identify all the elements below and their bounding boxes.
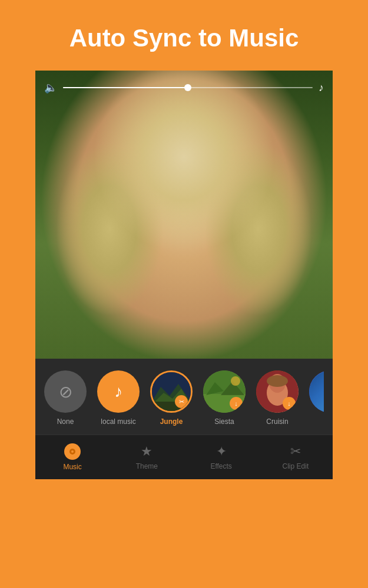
theme-star-icon: ★ bbox=[141, 444, 152, 459]
top-section: Auto Sync to Music bbox=[0, 0, 368, 71]
nav-item-theme[interactable]: ★ Theme bbox=[110, 435, 184, 479]
progress-fill bbox=[63, 87, 188, 88]
music-note-icon: ♪ bbox=[319, 82, 324, 94]
progress-track[interactable] bbox=[63, 87, 313, 88]
video-area: 🔈 ♪ bbox=[35, 71, 333, 359]
volume-icon[interactable]: 🔈 bbox=[44, 81, 57, 94]
music-item-siesta[interactable]: ↓ Siesta bbox=[203, 370, 246, 426]
jungle-image: ✂ bbox=[152, 372, 191, 411]
music-items-row: ⊘ None ♪ local music bbox=[44, 370, 324, 426]
svg-point-12 bbox=[267, 375, 288, 387]
music-item-local[interactable]: ♪ local music bbox=[97, 370, 140, 426]
nav-item-effects[interactable]: ✦ Effects bbox=[184, 435, 258, 479]
music-thumb-last[interactable] bbox=[309, 370, 324, 413]
music-strip: ⊘ None ♪ local music bbox=[35, 359, 333, 435]
music-thumb-none[interactable]: ⊘ bbox=[44, 370, 87, 413]
progress-thumb bbox=[184, 84, 191, 91]
none-icon: ⊘ bbox=[59, 382, 72, 402]
video-person-hair bbox=[35, 71, 333, 359]
music-label-jungle: Jungle bbox=[160, 417, 183, 426]
music-thumb-cruisin[interactable]: ↓ bbox=[256, 370, 299, 413]
cruisin-image: ↓ bbox=[256, 370, 299, 413]
music-thumb-local[interactable]: ♪ bbox=[97, 370, 140, 413]
music-thumb-jungle[interactable]: ✂ bbox=[150, 370, 193, 413]
music-label-siesta: Siesta bbox=[214, 417, 234, 426]
music-item-jungle[interactable]: ✂ Jungle bbox=[150, 370, 193, 426]
local-music-icon: ♪ bbox=[114, 382, 122, 401]
music-item-last[interactable]: Ju... bbox=[309, 370, 324, 426]
bottom-nav: Music ★ Theme ✦ Effects ✂ Clip Edit bbox=[35, 435, 333, 479]
nav-label-clip-edit: Clip Edit bbox=[283, 462, 309, 470]
playback-bar: 🔈 ♪ bbox=[44, 81, 324, 94]
music-label-local: local music bbox=[101, 417, 135, 426]
music-vinyl-icon bbox=[64, 443, 81, 460]
page-title: Auto Sync to Music bbox=[18, 24, 350, 53]
svg-point-8 bbox=[231, 376, 240, 386]
effects-sparkle-icon: ✦ bbox=[216, 444, 227, 459]
siesta-image: ↓ bbox=[203, 370, 246, 413]
nav-item-music[interactable]: Music bbox=[35, 435, 110, 479]
phone-container: 🔈 ♪ ⊘ None ♪ local music bbox=[35, 71, 333, 479]
music-item-cruisin[interactable]: ↓ Cruisin bbox=[256, 370, 299, 426]
last-image bbox=[309, 370, 324, 413]
music-item-none[interactable]: ⊘ None bbox=[44, 370, 87, 426]
nav-item-clip-edit[interactable]: ✂ Clip Edit bbox=[258, 435, 333, 479]
nav-label-theme: Theme bbox=[136, 462, 158, 470]
music-label-cruisin: Cruisin bbox=[266, 417, 288, 426]
nav-label-effects: Effects bbox=[210, 462, 231, 470]
music-label-none: None bbox=[57, 417, 74, 426]
nav-label-music: Music bbox=[63, 463, 81, 471]
music-thumb-siesta[interactable]: ↓ bbox=[203, 370, 246, 413]
clip-edit-scissors-icon: ✂ bbox=[290, 444, 301, 459]
